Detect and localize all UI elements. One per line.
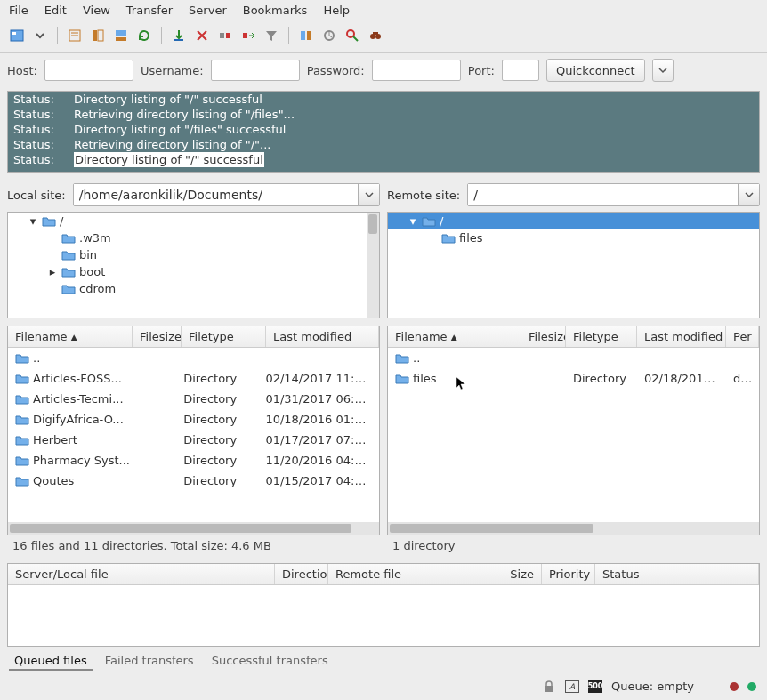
port-input[interactable] — [502, 60, 539, 81]
expander-icon[interactable] — [427, 233, 438, 244]
tree-item[interactable]: ▾/ — [388, 213, 759, 229]
tab-successful[interactable]: Successful transfers — [206, 652, 334, 671]
col-filesize[interactable]: Filesize — [521, 326, 566, 347]
menubar: File Edit View Transfer Server Bookmarks… — [0, 0, 767, 22]
expander-icon[interactable]: ▾ — [28, 216, 38, 227]
col-permissions[interactable]: Per — [726, 326, 759, 347]
password-label: Password: — [307, 64, 365, 77]
svg-rect-14 — [307, 31, 311, 40]
tree-item[interactable]: ▸boot — [8, 263, 379, 280]
tree-item[interactable]: ▾/ — [8, 213, 379, 229]
svg-rect-1 — [12, 32, 16, 35]
toggle-log-icon[interactable] — [65, 26, 85, 45]
disconnect-icon[interactable] — [215, 26, 235, 45]
sync-browse-icon[interactable] — [319, 26, 339, 45]
message-log[interactable]: Status:Directory listing of "/" successf… — [7, 91, 760, 173]
menu-server[interactable]: Server — [189, 4, 227, 17]
quickconnect-dropdown[interactable] — [652, 59, 674, 82]
list-item[interactable]: Articles-FOSS...Directory02/14/2017 11:0… — [8, 368, 379, 389]
col-remote[interactable]: Remote file — [328, 564, 488, 584]
local-file-list[interactable]: Filename▲ Filesize Filetype Last modifie… — [7, 326, 380, 535]
tree-item[interactable]: bin — [8, 246, 379, 263]
expander-icon[interactable]: ▸ — [47, 267, 58, 278]
scrollbar[interactable] — [367, 213, 379, 318]
expander-icon[interactable] — [47, 284, 58, 294]
col-priority[interactable]: Priority — [542, 564, 595, 584]
list-item[interactable]: Pharmacy Syst...Directory11/20/2016 04:1… — [8, 450, 379, 471]
col-server[interactable]: Server/Local file — [8, 564, 275, 584]
tree-item[interactable]: files — [388, 229, 759, 246]
list-item[interactable]: QoutesDirectory01/15/2017 04:27:... — [8, 471, 379, 491]
col-modified[interactable]: Last modified — [637, 326, 726, 347]
col-filetype[interactable]: Filetype — [566, 326, 637, 347]
col-filesize[interactable]: Filesize — [133, 326, 182, 347]
scrollbar-horizontal[interactable] — [388, 522, 759, 535]
refresh-icon[interactable] — [134, 26, 154, 45]
speed-icon[interactable]: 500 — [588, 680, 602, 693]
folder-icon — [15, 373, 29, 385]
remote-file-list[interactable]: Filename▲ Filesize Filetype Last modifie… — [387, 326, 760, 535]
filter-icon[interactable] — [262, 26, 281, 45]
list-item[interactable]: .. — [8, 348, 379, 368]
username-input[interactable] — [211, 60, 300, 81]
binoculars-icon[interactable] — [366, 26, 385, 45]
remote-tree[interactable]: ▾/files — [387, 212, 760, 318]
col-modified[interactable]: Last modified — [266, 326, 379, 347]
lock-icon[interactable] — [542, 680, 556, 693]
col-size[interactable]: Size — [488, 564, 542, 584]
expander-icon[interactable] — [47, 233, 58, 244]
folder-icon — [61, 249, 76, 261]
menu-help[interactable]: Help — [323, 4, 350, 17]
col-filetype[interactable]: Filetype — [182, 326, 266, 347]
password-input[interactable] — [372, 60, 461, 81]
remote-path-combo[interactable] — [467, 183, 760, 206]
chevron-down-icon[interactable] — [358, 184, 379, 205]
toggle-queue-icon[interactable] — [111, 26, 131, 45]
tree-item[interactable]: .w3m — [8, 229, 379, 246]
cancel-icon[interactable] — [192, 26, 212, 45]
dropdown-arrow-icon[interactable] — [30, 26, 50, 45]
tab-queued[interactable]: Queued files — [9, 652, 93, 671]
tab-failed[interactable]: Failed transfers — [100, 652, 199, 671]
menu-file[interactable]: File — [9, 4, 28, 17]
remote-path-input[interactable] — [468, 184, 738, 205]
menu-bookmarks[interactable]: Bookmarks — [243, 4, 308, 17]
process-queue-icon[interactable] — [169, 26, 189, 45]
type-icon[interactable]: A — [565, 680, 579, 693]
reconnect-icon[interactable] — [238, 26, 258, 45]
scrollbar-horizontal[interactable] — [8, 522, 379, 535]
port-label: Port: — [468, 64, 495, 77]
col-status[interactable]: Status — [595, 564, 759, 584]
list-item[interactable]: Articles-Tecmi...Directory01/31/2017 06:… — [8, 389, 379, 409]
col-filename[interactable]: Filename▲ — [388, 326, 521, 347]
search-icon[interactable] — [343, 26, 362, 45]
compare-icon[interactable] — [296, 26, 316, 45]
menu-view[interactable]: View — [83, 4, 110, 17]
local-tree[interactable]: ▾/.w3mbin▸bootcdrom — [7, 212, 380, 318]
quickconnect-button[interactable]: Quickconnect — [546, 59, 645, 82]
list-item[interactable]: filesDirectory02/18/2017 05...drw — [388, 368, 759, 389]
menu-edit[interactable]: Edit — [44, 4, 67, 17]
toggle-tree-icon[interactable] — [88, 26, 108, 45]
tree-item-label: .w3m — [79, 231, 111, 245]
local-path-input[interactable] — [74, 184, 358, 205]
host-input[interactable] — [44, 60, 133, 81]
transfer-queue[interactable]: Server/Local file Direction Remote file … — [7, 563, 760, 647]
list-item[interactable]: DigifyAfrica-O...Directory10/18/2016 01:… — [8, 409, 379, 430]
statusbar: A 500 Queue: empty — [0, 676, 767, 700]
col-direction[interactable]: Direction — [275, 564, 328, 584]
menu-transfer[interactable]: Transfer — [126, 4, 173, 17]
tree-item[interactable]: cdrom — [8, 280, 379, 297]
local-path-combo[interactable] — [73, 183, 380, 206]
expander-icon[interactable] — [47, 250, 58, 261]
folder-icon — [422, 215, 436, 228]
tree-item-label: cdrom — [79, 282, 116, 295]
svg-rect-11 — [226, 33, 230, 38]
chevron-down-icon[interactable] — [738, 184, 759, 205]
expander-icon[interactable]: ▾ — [408, 216, 418, 227]
sitemanager-icon[interactable] — [7, 26, 27, 45]
col-filename[interactable]: Filename▲ — [8, 326, 133, 347]
svg-point-16 — [347, 30, 354, 37]
list-item[interactable]: HerbertDirectory01/17/2017 07:09:... — [8, 430, 379, 450]
list-item[interactable]: .. — [388, 348, 759, 368]
